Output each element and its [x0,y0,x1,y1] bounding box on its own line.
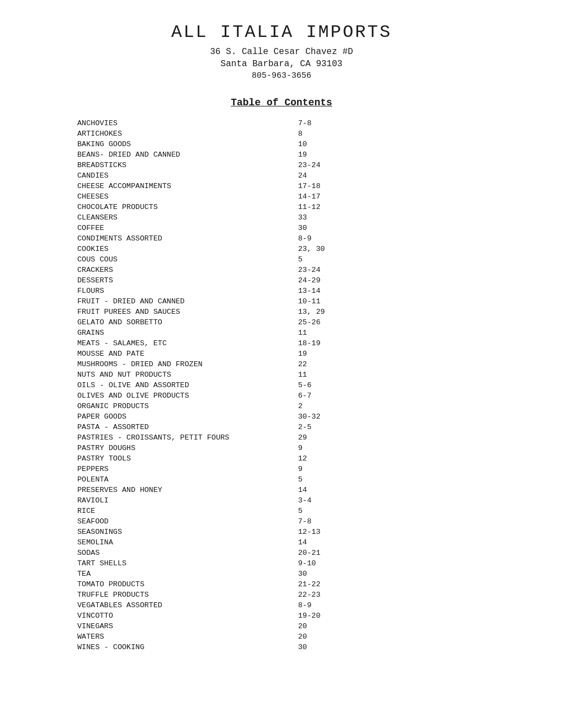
toc-item-label: ARTICHOKES [33,129,265,139]
toc-item-page: 7-8 [265,516,530,527]
toc-row: CONDIMENTS ASSORTED8-9 [33,233,530,244]
toc-item-page: 23, 30 [265,244,530,254]
toc-item-page: 22-23 [265,590,530,600]
toc-item-label: TEA [33,569,265,579]
toc-row: MUSHROOMS - DRIED AND FROZEN22 [33,359,530,370]
toc-row: SODAS20-21 [33,548,530,558]
toc-item-label: DESSERTS [33,275,265,286]
toc-row: MEATS - SALAMES, ETC18-19 [33,338,530,349]
toc-item-page: 9 [265,464,530,474]
toc-row: PEPPERS9 [33,464,530,474]
toc-item-label: GELATO AND SORBETTO [33,317,265,328]
toc-table: ANCHOVIES7-8ARTICHOKES8BAKING GOODS10BEA… [33,118,530,652]
toc-row: COFFEE30 [33,223,530,233]
toc-item-page: 6-7 [265,390,530,401]
toc-row: PASTRY TOOLS12 [33,453,530,464]
toc-item-label: TRUFFLE PRODUCTS [33,590,265,600]
toc-row: PRESERVES AND HONEY14 [33,485,530,495]
toc-row: CRACKERS23-24 [33,265,530,275]
toc-item-page: 10 [265,139,530,149]
toc-item-page: 5 [265,254,530,265]
toc-row: CHEESES14-17 [33,191,530,202]
toc-row: WATERS20 [33,631,530,642]
toc-row: PAPER GOODS30-32 [33,411,530,422]
toc-row: ARTICHOKES8 [33,129,530,139]
toc-item-page: 30 [265,569,530,579]
toc-item-label: RICE [33,506,265,516]
toc-item-page: 9-10 [265,558,530,569]
toc-item-page: 14 [265,537,530,548]
toc-item-label: CHOCOLATE PRODUCTS [33,202,265,212]
toc-item-page: 8-9 [265,600,530,611]
toc-item-label: FRUIT PUREES AND SAUCES [33,307,265,317]
toc-row: SEAFOOD7-8 [33,516,530,527]
toc-item-label: CLEANSERS [33,212,265,223]
toc-row: GELATO AND SORBETTO25-26 [33,317,530,328]
toc-row: MOUSSE AND PATE19 [33,349,530,359]
toc-item-label: SODAS [33,548,265,558]
toc-item-page: 22 [265,359,530,370]
toc-item-label: TART SHELLS [33,558,265,569]
toc-row: TEA30 [33,569,530,579]
toc-item-page: 12-13 [265,527,530,537]
toc-row: TART SHELLS9-10 [33,558,530,569]
toc-item-page: 5 [265,474,530,485]
toc-row: ORGANIC PRODUCTS2 [33,401,530,411]
toc-item-label: WATERS [33,631,265,642]
address-line-2: Santa Barbara, CA 93103 [33,59,530,69]
toc-item-page: 29 [265,432,530,443]
toc-item-label: COUS COUS [33,254,265,265]
toc-item-label: VEGATABLES ASSORTED [33,600,265,611]
toc-row: TOMATO PRODUCTS21-22 [33,579,530,590]
toc-row: BREADSTICKS23-24 [33,160,530,170]
toc-item-label: PEPPERS [33,464,265,474]
toc-item-label: ORGANIC PRODUCTS [33,401,265,411]
toc-item-page: 10-11 [265,296,530,307]
toc-item-label: CANDIES [33,170,265,181]
toc-item-page: 5-6 [265,380,530,390]
phone-number: 805-963-3656 [33,71,530,81]
toc-row: FRUIT PUREES AND SAUCES13, 29 [33,307,530,317]
toc-item-label: PAPER GOODS [33,411,265,422]
toc-row: CHEESE ACCOMPANIMENTS17-18 [33,181,530,191]
toc-item-page: 12 [265,453,530,464]
toc-item-label: SEAFOOD [33,516,265,527]
toc-item-page: 2-5 [265,422,530,432]
toc-item-label: OILS - OLIVE AND ASSORTED [33,380,265,390]
toc-item-page: 23-24 [265,160,530,170]
toc-row: DESSERTS24-29 [33,275,530,286]
toc-row: SEMOLINA14 [33,537,530,548]
toc-item-page: 17-18 [265,181,530,191]
toc-item-label: PASTA - ASSORTED [33,422,265,432]
toc-row: GRAINS11 [33,328,530,338]
header: ALL ITALIA IMPORTS 36 S. Calle Cesar Cha… [33,22,530,81]
toc-row: BAKING GOODS10 [33,139,530,149]
toc-item-page: 3-4 [265,495,530,506]
toc-row: ANCHOVIES7-8 [33,118,530,129]
toc-item-page: 24 [265,170,530,181]
toc-row: SEASONINGS12-13 [33,527,530,537]
toc-item-page: 5 [265,506,530,516]
toc-item-label: FLOURS [33,286,265,296]
toc-row: TRUFFLE PRODUCTS22-23 [33,590,530,600]
toc-item-page: 11-12 [265,202,530,212]
toc-item-page: 30 [265,642,530,652]
toc-item-label: TOMATO PRODUCTS [33,579,265,590]
toc-item-label: CONDIMENTS ASSORTED [33,233,265,244]
toc-item-page: 7-8 [265,118,530,129]
toc-row: VINEGARS20 [33,621,530,631]
toc-item-page: 24-29 [265,275,530,286]
toc-row: PASTRY DOUGHS9 [33,443,530,453]
toc-item-page: 8 [265,129,530,139]
toc-row: FRUIT - DRIED AND CANNED10-11 [33,296,530,307]
toc-row: RICE5 [33,506,530,516]
toc-row: OLIVES AND OLIVE PRODUCTS6-7 [33,390,530,401]
toc-row: CLEANSERS33 [33,212,530,223]
toc-item-label: RAVIOLI [33,495,265,506]
toc-item-label: NUTS AND NUT PRODUCTS [33,370,265,380]
toc-item-page: 19 [265,149,530,160]
toc-row: PASTA - ASSORTED2-5 [33,422,530,432]
toc-item-page: 23-24 [265,265,530,275]
toc-item-label: CRACKERS [33,265,265,275]
toc-item-label: MUSHROOMS - DRIED AND FROZEN [33,359,265,370]
